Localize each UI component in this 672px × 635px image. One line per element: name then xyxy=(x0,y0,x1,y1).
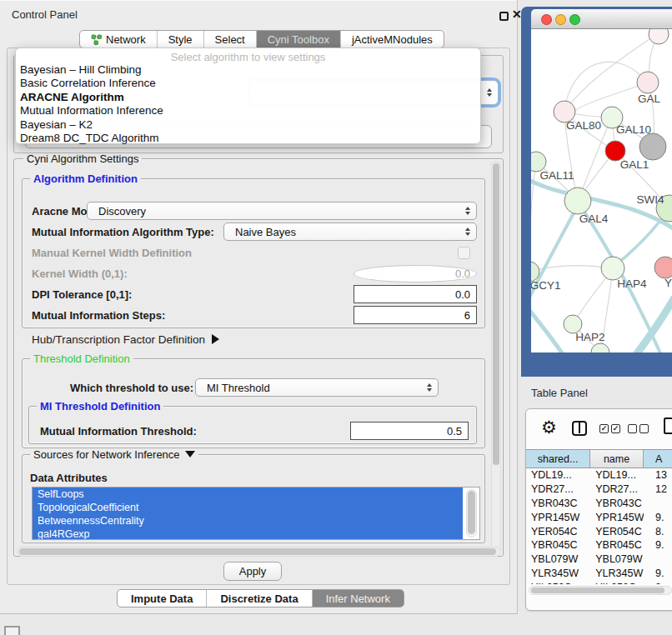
network-node-y[interactable] xyxy=(654,257,672,278)
collapse-arrow-icon xyxy=(185,451,195,458)
network-canvas[interactable]: GALGAL80GAL10GAL1GAL11SWI4GAL4GCY1HAP4YH… xyxy=(531,29,672,352)
attribute-list-item[interactable]: gal4RGexp xyxy=(33,528,463,540)
table-row[interactable]: YDR27...YDR27...12 xyxy=(526,482,672,497)
manual-kernel-label: Manual Kernel Width Definition xyxy=(32,247,192,259)
hub-definition-expander[interactable]: Hub/Transcription Factor Definition xyxy=(32,333,219,346)
network-node-hap4[interactable] xyxy=(601,257,624,280)
network-node-label: GCY1 xyxy=(531,279,560,292)
algorithm-option[interactable]: ARACNE Algorithm xyxy=(16,91,480,104)
table-panel-title: Table Panel xyxy=(531,387,588,399)
tab-select[interactable]: Select xyxy=(203,31,256,48)
gear-icon[interactable]: ⚙ xyxy=(541,417,557,438)
apply-button[interactable]: Apply xyxy=(223,562,282,581)
attribute-list-item[interactable]: BetweennessCentrality xyxy=(33,514,463,528)
network-edge[interactable] xyxy=(531,162,536,271)
column-header-shared-name[interactable]: shared... xyxy=(526,450,590,468)
float-panel-icon[interactable] xyxy=(499,12,509,21)
data-attributes-label: Data Attributes xyxy=(30,472,108,484)
scrollbar-thumb[interactable] xyxy=(468,491,475,534)
list-vertical-scrollbar[interactable] xyxy=(466,489,477,538)
expander-arrow-icon xyxy=(212,334,219,344)
sources-title: Sources for Network Inference xyxy=(33,448,180,461)
scrollbar-thumb[interactable] xyxy=(493,163,499,465)
tab-discretize-data[interactable]: Discretize Data xyxy=(206,590,311,607)
table-row[interactable]: YIL052CYIL052C9 xyxy=(526,580,672,584)
hub-definition-label: Hub/Transcription Factor Definition xyxy=(32,333,205,346)
mi-steps-input[interactable]: 6 xyxy=(354,306,477,324)
scrollbar-thumb[interactable] xyxy=(531,588,664,593)
table-row[interactable]: YPR145WYPR145W9. xyxy=(526,510,672,524)
table-cell: YBR043C xyxy=(526,498,590,509)
export-table-icon[interactable] xyxy=(664,418,672,434)
scrollbar-thumb[interactable] xyxy=(19,548,496,555)
zoom-traffic-light-icon[interactable] xyxy=(569,14,580,25)
mi-steps-value: 6 xyxy=(464,309,470,322)
column-label: name xyxy=(604,453,629,465)
algorithm-option[interactable]: Basic Correlation Inference xyxy=(16,77,480,90)
tab-label: Impute Data xyxy=(131,592,193,605)
network-window-titlebar[interactable] xyxy=(531,9,672,29)
column-header-name[interactable]: name xyxy=(590,450,644,468)
tab-infer-network[interactable]: Infer Network xyxy=(312,590,404,607)
network-node[interactable] xyxy=(591,343,609,352)
tab-impute-data[interactable]: Impute Data xyxy=(118,590,206,607)
table-cell: YBR045C xyxy=(526,539,590,551)
which-threshold-value: MI Threshold xyxy=(207,382,270,394)
tab-jactivemnodules[interactable]: jActiveMNodules xyxy=(340,31,444,48)
checked-box-icon: ✓ xyxy=(599,424,609,433)
manual-kernel-checkbox[interactable] xyxy=(458,247,470,259)
table-cell: 9. xyxy=(644,512,672,523)
mi-threshold-input[interactable]: 0.5 xyxy=(350,422,469,440)
table-horizontal-scrollbar[interactable] xyxy=(529,586,672,595)
deselect-all-columns-icon[interactable] xyxy=(628,424,649,433)
table-row[interactable]: YBL079WYBL079W xyxy=(526,552,672,567)
minimized-panel-handle[interactable] xyxy=(4,626,20,635)
table-row[interactable]: YER054CYER054C8. xyxy=(526,524,672,538)
network-edge-highlighted[interactable] xyxy=(611,298,672,352)
apply-button-label: Apply xyxy=(239,565,267,578)
column-header-partial[interactable]: A xyxy=(644,450,672,468)
combo-stepper-icon xyxy=(427,383,432,392)
attribute-list-item[interactable]: SelfLoops xyxy=(33,488,463,501)
kernel-width-input[interactable]: 0.0 xyxy=(354,265,477,282)
table-row[interactable]: YBR043CYBR043C xyxy=(526,497,672,511)
close-panel-icon[interactable]: ✕ xyxy=(512,8,522,21)
dpi-tolerance-input[interactable]: 0.0 xyxy=(354,285,477,303)
close-traffic-light-icon[interactable] xyxy=(541,14,552,25)
attribute-list-item[interactable]: TopologicalCoefficient xyxy=(33,501,463,514)
sources-expander[interactable]: Sources for Network Inference xyxy=(30,448,198,461)
network-edge[interactable] xyxy=(564,62,648,110)
network-node-gal4[interactable] xyxy=(564,188,591,214)
table-cell: 12 xyxy=(644,483,672,495)
tab-network[interactable]: Network xyxy=(80,31,157,48)
table-cell: 9. xyxy=(644,539,672,551)
network-node[interactable] xyxy=(639,133,666,160)
tab-cyni-toolbox[interactable]: Cyni Toolbox xyxy=(256,31,340,48)
combo-stepper-icon xyxy=(465,228,470,236)
data-attributes-list[interactable]: SelfLoopsTopologicalCoefficientBetweenne… xyxy=(32,487,480,540)
settings-horizontal-scrollbar[interactable] xyxy=(17,547,501,557)
columns-icon[interactable] xyxy=(572,421,587,436)
network-node[interactable] xyxy=(649,29,669,44)
cyni-bottom-tabbar: Impute Data Discretize Data Infer Networ… xyxy=(117,589,404,608)
table-row[interactable]: YBR045CYBR045C9. xyxy=(526,538,672,552)
network-node-gal[interactable] xyxy=(637,72,659,93)
algorithm-option[interactable]: Dream8 DC_TDC Algorithm xyxy=(16,132,480,145)
settings-vertical-scrollbar[interactable] xyxy=(491,161,501,554)
algorithm-option[interactable]: Bayesian – Hill Climbing xyxy=(16,63,480,77)
algorithm-option[interactable]: Mutual Information Inference xyxy=(16,104,480,118)
network-edge-highlighted[interactable] xyxy=(614,211,668,266)
aracne-mode-combobox[interactable]: Discovery xyxy=(87,202,477,220)
table-cell: YPR145W xyxy=(590,512,644,523)
tab-style[interactable]: Style xyxy=(157,31,203,48)
which-threshold-combobox[interactable]: MI Threshold xyxy=(195,378,439,397)
tab-label: Infer Network xyxy=(326,592,390,605)
table-row[interactable]: YDL19...YDL19...13 xyxy=(526,468,672,482)
table-cell: YIL052C xyxy=(590,582,644,584)
mi-type-combobox[interactable]: Naive Bayes xyxy=(223,222,477,241)
minimize-traffic-light-icon[interactable] xyxy=(555,14,566,25)
select-all-columns-icon[interactable]: ✓ ✓ xyxy=(599,424,620,433)
network-node-label: GAL11 xyxy=(539,169,574,182)
table-row[interactable]: YLR345WYLR345W9. xyxy=(526,567,672,581)
algorithm-option[interactable]: Bayesian – K2 xyxy=(16,118,480,132)
